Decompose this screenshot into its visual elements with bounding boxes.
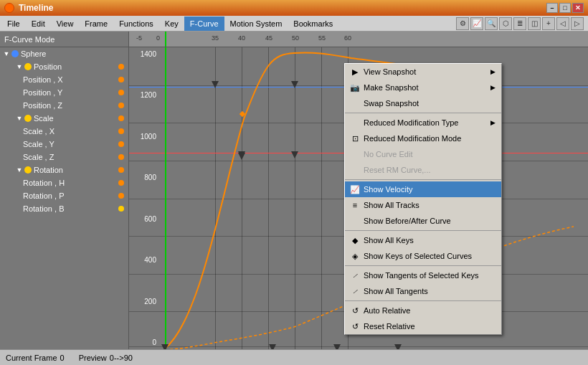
ruler: -5 0 35 40 45 50 55 60 — [129, 32, 588, 47]
make-snapshot-arrow: ▶ — [490, 84, 495, 91]
tree-item-position-x[interactable]: Position , X — [0, 73, 128, 86]
title-bar: Timeline – □ ✕ — [0, 0, 588, 16]
make-snapshot-icon: 📷 — [349, 82, 361, 93]
rot-h-track-dots — [118, 180, 128, 186]
reset-relative-icon: ↺ — [349, 321, 361, 332]
no-curve-edit-icon — [349, 148, 361, 160]
menu-show-before-after[interactable]: Show Before/After Curve — [345, 213, 501, 229]
sphere-dot — [11, 50, 19, 57]
toolbar-icon-6[interactable]: ◫ — [528, 17, 541, 30]
menu-reduced-mod-mode[interactable]: ⊡ Reduced Modification Mode — [345, 131, 501, 146]
expand-scale[interactable]: ▼ — [16, 115, 23, 122]
auto-relative-icon: ↺ — [349, 305, 361, 316]
rot-h-dot-1 — [118, 180, 124, 186]
tree-item-rotation-h[interactable]: Rotation , H — [0, 176, 128, 189]
window-title: Timeline — [19, 3, 546, 13]
show-all-tangents-icon: ⟋ — [349, 285, 361, 297]
tree-item-position-z[interactable]: Position , Z — [0, 99, 128, 112]
menu-bookmarks[interactable]: Bookmarks — [288, 16, 338, 31]
minimize-button[interactable]: – — [546, 3, 558, 13]
sep-2 — [345, 179, 501, 180]
tree-item-position[interactable]: ▼ Position — [0, 60, 128, 73]
scale-dot-1 — [118, 115, 124, 121]
tree-item-scale-y[interactable]: Scale , Y — [0, 138, 128, 151]
expand-sphere[interactable]: ▼ — [3, 50, 10, 57]
menu-show-all-tracks[interactable]: ≡ Show All Tracks — [345, 197, 501, 213]
menu-reset-relative[interactable]: ↺ Reset Relative — [345, 318, 501, 334]
menu-edit[interactable]: Edit — [26, 16, 51, 31]
menu-auto-relative[interactable]: ↺ Auto Relative — [345, 303, 501, 318]
toolbar-icon-2[interactable]: 📈 — [470, 17, 483, 30]
toolbar-icon-1[interactable]: ⚙ — [456, 17, 469, 30]
toolbar-icon-5[interactable]: ≣ — [513, 17, 526, 30]
sep-4 — [345, 265, 501, 266]
tree-item-scale[interactable]: ▼ Scale — [0, 112, 128, 125]
menu-file[interactable]: File — [1, 16, 26, 31]
reset-rm-curve-icon — [349, 164, 361, 176]
tree-item-rotation-b[interactable]: Rotation , B — [0, 202, 128, 215]
toolbar-icons: ⚙ 📈 🔍 ⬡ ≣ ◫ + ◁ ▷ — [456, 17, 587, 30]
triangle-scale-2 — [291, 151, 298, 158]
menu-no-curve-edit: No Curve Edit — [345, 146, 501, 162]
menu-swap-snapshot[interactable]: Swap Snapshot — [345, 95, 501, 111]
pos-x-track-dots — [118, 77, 128, 82]
scale-z-dot-1 — [118, 154, 124, 160]
menu-show-keys-selected[interactable]: ◈ Show Keys of Selected Curves — [345, 248, 501, 264]
toolbar-icon-9[interactable]: ▷ — [571, 17, 584, 30]
maximize-button[interactable]: □ — [559, 3, 571, 13]
sep-5 — [345, 300, 501, 301]
scale-track-dots — [118, 115, 128, 121]
menu-functions[interactable]: Functions — [113, 16, 159, 31]
pos-y-dot-1 — [118, 90, 124, 95]
preview-value: 0-->90 — [110, 354, 133, 362]
view-snapshot-arrow: ▶ — [490, 68, 495, 75]
expand-position[interactable]: ▼ — [16, 63, 23, 70]
pos-z-track-dots — [118, 103, 128, 108]
menu-frame[interactable]: Frame — [79, 16, 113, 31]
scale-x-track-dots — [118, 128, 128, 134]
triangle-5 — [291, 81, 298, 88]
menu-reduced-mod-type[interactable]: Reduced Modification Type ▶ — [345, 115, 501, 131]
menu-make-snapshot[interactable]: 📷 Make Snapshot ▶ — [345, 80, 501, 95]
toolbar-icon-7[interactable]: + — [542, 17, 555, 30]
menu-show-tangents-selected[interactable]: ⟋ Show Tangents of Selected Keys — [345, 267, 501, 283]
tree-item-position-y[interactable]: Position , Y — [0, 86, 128, 99]
tree-item-rotation[interactable]: ▼ Rotation — [0, 163, 128, 176]
left-panel-header: F-Curve Mode — [0, 32, 128, 47]
menu-view[interactable]: View — [51, 16, 80, 31]
toolbar-icon-3[interactable]: 🔍 — [485, 17, 498, 30]
rot-p-dot-1 — [118, 193, 124, 199]
triangle-7 — [394, 344, 402, 349]
menu-view-snapshot[interactable]: ▶ View Snapshot ▶ — [345, 64, 501, 80]
triangle-1 — [212, 81, 219, 88]
tree-item-sphere[interactable]: ▼ Sphere — [0, 47, 128, 60]
expand-rotation[interactable]: ▼ — [16, 166, 23, 174]
menu-key[interactable]: Key — [159, 16, 184, 31]
tree-item-rotation-p[interactable]: Rotation , P — [0, 189, 128, 202]
triangle-6 — [333, 344, 341, 349]
show-all-keys-icon: ◆ — [349, 234, 361, 246]
sep-1 — [345, 113, 501, 113]
tree-area: ▼ Sphere ▼ Position Position , X — [0, 47, 128, 349]
show-before-after-icon — [349, 215, 361, 227]
tree-item-scale-z[interactable]: Scale , Z — [0, 151, 128, 163]
rotation-track-dots — [118, 167, 128, 173]
triangle-3 — [269, 344, 276, 349]
tree-item-scale-x[interactable]: Scale , X — [0, 125, 128, 138]
window-controls: – □ ✕ — [546, 3, 584, 13]
app-icon — [4, 3, 14, 13]
menu-fcurve[interactable]: F-Curve — [184, 16, 224, 31]
rotation-dot-1 — [118, 167, 124, 173]
main-area: F-Curve Mode ▼ Sphere ▼ Position Positio — [0, 32, 588, 349]
current-frame-label: Current Frame — [6, 354, 57, 362]
toolbar-icon-4[interactable]: ⬡ — [499, 17, 512, 30]
menu-show-all-keys[interactable]: ◆ Show All Keys — [345, 232, 501, 248]
toolbar-icon-8[interactable]: ◁ — [556, 17, 569, 30]
position-track-dot-1 — [118, 64, 124, 70]
menu-show-velocity[interactable]: 📈 Show Velocity — [345, 181, 501, 197]
close-button[interactable]: ✕ — [572, 3, 584, 13]
scale-z-track-dots — [118, 154, 128, 160]
chart-area: -5 0 35 40 45 50 55 60 1400 1200 1000 80… — [129, 32, 588, 349]
menu-show-all-tangents[interactable]: ⟋ Show All Tangents — [345, 283, 501, 299]
menu-motion-system[interactable]: Motion System — [224, 16, 288, 31]
